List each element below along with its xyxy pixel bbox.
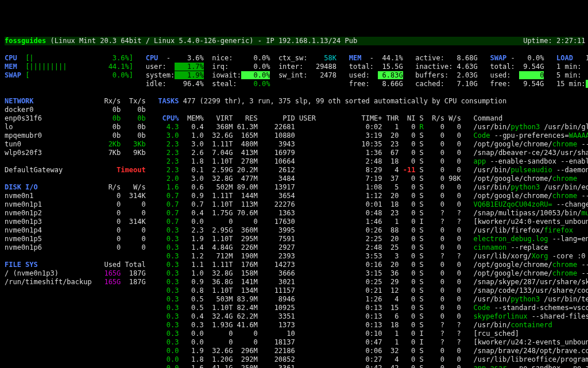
p-virt: 1.11T [204, 140, 233, 148]
steal-l: steal: [212, 80, 241, 88]
h-cmd: Command [474, 114, 503, 122]
p-thr: 5 [382, 183, 399, 191]
mem-bar-pct: 44.1%] [104, 63, 133, 71]
p-user [299, 286, 345, 295]
process-cmd: skypeforlinux --shared-files=v8_conte [474, 312, 589, 320]
process-cmd: /snap/multipass/10053/bin/multipassd [474, 209, 588, 217]
p-pid: 3351 [258, 312, 295, 320]
p-s: S [415, 226, 423, 234]
p-res: 158M [233, 269, 257, 277]
irq-l: irq: [212, 63, 241, 71]
cmd-seg: [rcu_sched] [474, 330, 519, 338]
cmd-seg: /snap/skype/287/usr/share/skypeforlin [474, 278, 588, 286]
p-mem: 1.0 [179, 131, 203, 140]
p-ni: -11 [399, 166, 415, 174]
p-ws: ? [444, 330, 461, 338]
p-pid: 14273 [258, 261, 295, 269]
p-ni: 0 [399, 218, 415, 226]
p-pid: 3995 [258, 226, 295, 234]
summary-r3: SWAP [ 0.0%] system: 1.9% iowait: 0.0% s… [5, 71, 583, 80]
stot-l: total: [490, 63, 519, 71]
p-res: 0 [233, 218, 257, 226]
gw: Timeout [96, 166, 146, 174]
content-row: nvme0n1p6 0 0 0.3 1.4 4.84G 226M 2927 2:… [5, 243, 583, 252]
process-cmd: /opt/google/chrome/chrome --type=rend [474, 192, 588, 200]
p-thr: 1 [382, 338, 399, 346]
tx-lo: 0b [121, 123, 145, 131]
p-user [299, 364, 345, 368]
cmd-seg: /usr/lib/libreoffice/program/ [474, 355, 589, 363]
user-l: user: [146, 63, 175, 71]
p-pid: 1373 [258, 321, 295, 329]
process-cmd: /opt/google/chrome/chrome --type=rend [474, 261, 588, 269]
p-cpu: 2.3 [158, 157, 179, 165]
h-s: S [415, 114, 423, 122]
tasks-summary: 477 (2299 thr), 3 run, 375 slp, 99 oth s… [183, 97, 507, 105]
p-pid: 18137 [258, 338, 295, 346]
h-cpu: CPU% [158, 114, 179, 122]
p-pid: 8946 [258, 295, 295, 303]
p-rs: 0 [424, 175, 444, 183]
p-virt: 32.8G [204, 175, 233, 183]
content-row: 0.3 0.8 1.10T 134M 11157 0:21 12 0 S 0 0… [5, 286, 583, 295]
lbl-swap: SWAP [490, 54, 510, 62]
process-cmd: /usr/bin/pulseaudio --daemonize=no -- [474, 166, 588, 174]
h-mem: MEM% [179, 114, 203, 122]
p-ni: 0 [399, 355, 415, 363]
p-s: S [415, 278, 423, 286]
p-user [299, 166, 345, 174]
cmd-seg: /opt/google/chrome/ [474, 192, 552, 200]
p-pid: 1363 [258, 209, 295, 217]
p-res: 113M [233, 200, 257, 208]
p-s: S [415, 243, 423, 251]
r-nvme0n1p6: 0 [96, 243, 121, 251]
dev-nvme0n1p5: nvme0n1p5 [5, 235, 96, 243]
p-ni: 0 [399, 200, 415, 208]
p-s: S [415, 286, 423, 295]
p-mem: 0.9 [179, 278, 203, 286]
p-res: 41.6M [233, 321, 257, 329]
content-row: 0.0 1.8 1.20G 292M 20852 0:27 4 0 S 0 0 … [5, 355, 583, 364]
h-pid: PID [258, 114, 295, 122]
p-user [299, 157, 345, 165]
cmd-seg: WAAAAAAAAAAgAA [569, 131, 588, 140]
cpu-bar: [| [25, 54, 109, 62]
p-res: 477M [233, 175, 257, 183]
p-cpu: 0.7 [158, 192, 179, 200]
p-thr: 1 [382, 330, 399, 338]
process-cmd: /opt/google/chrome/chrome --type=rend [474, 140, 588, 148]
tx-enp0s31f6: 0b [121, 114, 145, 122]
iface-tun0: tun0 [5, 140, 96, 148]
d: - [370, 54, 378, 62]
ws-hdr: W/s [121, 183, 145, 191]
p-ni: 0 [399, 209, 415, 217]
p-res: 82.4M [233, 304, 257, 312]
p-pid: 7591 [258, 235, 295, 243]
p-time: 1:08 [345, 183, 382, 191]
p-virt: 1.10T [204, 304, 233, 312]
p-cpu: 0.0 [158, 355, 179, 363]
lbl-mem: MEM [349, 54, 370, 62]
p-time: 3:19 [345, 131, 382, 140]
p-s: S [415, 192, 423, 200]
dev-nvme0n1p2: nvme0n1p2 [5, 209, 96, 217]
p-cpu: 0.3 [158, 269, 179, 277]
nice-l: nice: [212, 54, 241, 62]
p-time: 0:21 [345, 286, 382, 295]
p-cpu: 1.6 [158, 183, 179, 191]
w-nvme0n1p4: 0 [121, 226, 145, 234]
p-ni: 0 [399, 157, 415, 165]
p-mem: 3.0 [179, 140, 203, 148]
p-mem: 1.6 [179, 364, 203, 368]
p-ws: 0 [444, 226, 461, 234]
cmd-seg: --type=rend [577, 261, 588, 269]
p-time: 0:48 [345, 209, 382, 217]
h-rs: R/s [424, 114, 444, 122]
p-s: S [415, 269, 423, 277]
p-cpu: 0.0 [158, 364, 179, 368]
p-virt: 1.93G [204, 321, 233, 329]
p-mem: 0.6 [179, 183, 203, 191]
tx-docker0: 0b [121, 106, 145, 114]
core: 12-core [577, 54, 588, 62]
p-rs: ? [424, 218, 444, 226]
